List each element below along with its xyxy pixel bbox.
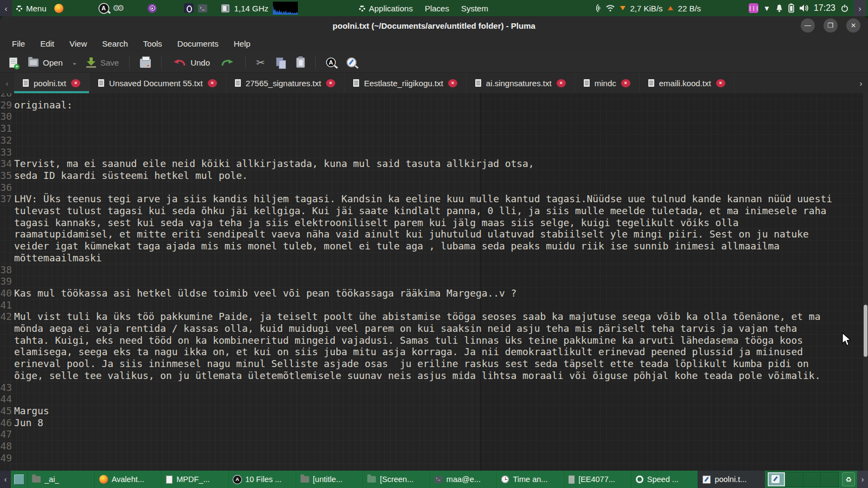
editor-line: 31 — [0, 123, 834, 134]
taskbar-item-label: Avaleht... — [112, 475, 144, 484]
editor-line: 45 Margus — [0, 405, 834, 417]
find-button[interactable]: A — [322, 56, 340, 69]
taskbar-item[interactable]: Time an... — [496, 471, 564, 488]
taskbar-item[interactable]: _ai_ — [27, 471, 94, 488]
taskbar-item[interactable]: maa@e... — [430, 471, 497, 488]
text-editor[interactable]: 28 29 originaal: 30 31 32 33 — [0, 93, 868, 471]
save-button[interactable]: Save — [82, 56, 123, 69]
gears-icon[interactable]: ⚙⚙ — [113, 3, 122, 13]
tab[interactable]: mindc — [575, 73, 640, 93]
panel-collapse-right[interactable]: › — [854, 0, 866, 16]
workspace-cell[interactable] — [786, 472, 803, 486]
menubar-item[interactable]: Help — [226, 36, 258, 52]
panel-collapse-left[interactable]: ‹ — [0, 0, 12, 16]
print-button[interactable] — [136, 55, 155, 69]
firefox-icon[interactable] — [54, 4, 63, 13]
menubar-item[interactable]: Search — [94, 36, 136, 52]
paste-button[interactable] — [292, 56, 309, 69]
terminal-icon[interactable] — [198, 4, 207, 12]
close-button[interactable]: ✕ — [846, 18, 860, 33]
workspace-cell[interactable] — [803, 472, 821, 486]
tab[interactable]: emaili.kood.txt — [640, 73, 735, 93]
dropdown-triangle-icon[interactable]: ▼ — [763, 4, 770, 12]
menu-button[interactable]: Menu — [16, 4, 47, 13]
search-a-icon[interactable]: A — [99, 4, 108, 13]
system-menu[interactable]: System — [461, 4, 488, 13]
taskbar-item[interactable]: [untitle... — [296, 471, 363, 488]
line-number: 29 — [0, 99, 14, 111]
taskbar-item[interactable]: MPDF_... — [161, 471, 228, 488]
applications-menu[interactable]: Applications — [359, 4, 413, 13]
show-desktop-icon — [14, 474, 24, 485]
editor-content: 28 29 originaal: 30 31 32 33 — [0, 93, 834, 464]
tab-close-icon[interactable] — [716, 79, 725, 87]
open-button[interactable]: Open — [24, 56, 67, 69]
places-menu[interactable]: Places — [425, 4, 449, 13]
line-text: originaal: — [14, 99, 834, 111]
notifications-bell-icon[interactable] — [775, 4, 783, 13]
window-titlebar[interactable]: poolni.txt (~/Documents/arve/untitled fo… — [0, 16, 868, 35]
taskbar-item[interactable]: Speed ... — [631, 471, 698, 488]
vertical-scrollbar[interactable] — [863, 93, 868, 471]
scrollbar-thumb[interactable] — [864, 305, 867, 357]
tab-close-icon[interactable] — [208, 79, 217, 87]
signal-waves-icon — [593, 3, 601, 14]
file-gray-icon — [569, 476, 575, 484]
clock[interactable]: 17:23 — [814, 3, 835, 13]
maximize-button[interactable]: ❐ — [824, 18, 838, 33]
tab-label: 27565_signatures.txt — [246, 79, 321, 88]
undo-button[interactable]: Undo — [168, 55, 214, 69]
copy-button[interactable] — [272, 56, 289, 69]
taskbar-item[interactable]: poolni.t... — [698, 471, 765, 488]
tab-label: poolni.txt — [34, 79, 66, 88]
tab[interactable]: Eestlaste_riigikogu.txt — [344, 73, 467, 93]
taskbar-item-label: 10 Files ... — [245, 475, 282, 484]
tab-close-icon[interactable] — [448, 79, 457, 87]
taskbar-collapse-left[interactable]: ‹ — [0, 471, 11, 488]
power-icon[interactable] — [840, 4, 849, 12]
tabs-scroll-right[interactable]: › — [854, 73, 868, 93]
tab[interactable]: poolni.txt — [14, 73, 90, 93]
menubar-item[interactable]: File — [4, 36, 33, 52]
taskbar-item[interactable]: Avaleht... — [94, 471, 162, 488]
menubar-item[interactable]: Edit — [33, 36, 62, 52]
menubar-item[interactable]: Tools — [136, 36, 170, 52]
line-number: 37 — [0, 193, 14, 205]
tab-close-icon[interactable] — [621, 79, 630, 87]
tab-close-icon[interactable] — [326, 79, 335, 87]
new-document-button[interactable] — [5, 56, 21, 69]
cpu-graph-icon[interactable] — [273, 2, 298, 15]
tab[interactable]: 27565_signatures.txt — [226, 73, 344, 93]
tab-close-icon[interactable] — [71, 79, 80, 87]
wifi-icon[interactable] — [605, 4, 615, 12]
tab[interactable]: Unsaved Document 55.txt — [90, 73, 226, 93]
minimize-button[interactable]: — — [801, 18, 815, 33]
workspace-cell[interactable] — [821, 472, 838, 486]
new-document-icon — [9, 57, 17, 68]
redo-button[interactable] — [217, 55, 239, 69]
taskbar-item-label: [untitle... — [313, 475, 343, 484]
workspace-cell[interactable] — [768, 472, 786, 486]
volume-icon[interactable] — [799, 4, 809, 12]
cut-button[interactable]: ✂ — [252, 55, 269, 70]
replace-button[interactable] — [343, 56, 360, 69]
pulseaudio-indicator-icon[interactable] — [749, 3, 758, 13]
battery-icon[interactable] — [788, 3, 794, 13]
tabs-scroll-left[interactable]: ‹ — [0, 73, 14, 93]
menubar-item[interactable]: View — [62, 36, 94, 52]
menubar-item[interactable]: Documents — [170, 36, 226, 52]
tab[interactable]: ai.singnsatures.txt — [467, 73, 575, 93]
open-dropdown-chevron[interactable]: ⌄ — [70, 59, 79, 66]
taskbar-item[interactable]: [Screen... — [362, 471, 430, 488]
taskbar-item[interactable]: [EE4077... — [564, 471, 631, 488]
trash-applet-icon[interactable]: ♻ — [842, 472, 855, 486]
opera-icon[interactable] — [184, 3, 194, 13]
line-text — [14, 264, 834, 276]
taskbar-item[interactable]: 10 Files ... — [228, 471, 296, 488]
taskbar-collapse-right[interactable]: › — [857, 471, 868, 488]
tor-icon[interactable] — [148, 4, 157, 13]
show-desktop-button[interactable] — [11, 471, 27, 488]
tab-close-icon[interactable] — [557, 79, 566, 87]
line-number: 34 — [0, 158, 14, 170]
pluma-icon — [703, 476, 711, 484]
